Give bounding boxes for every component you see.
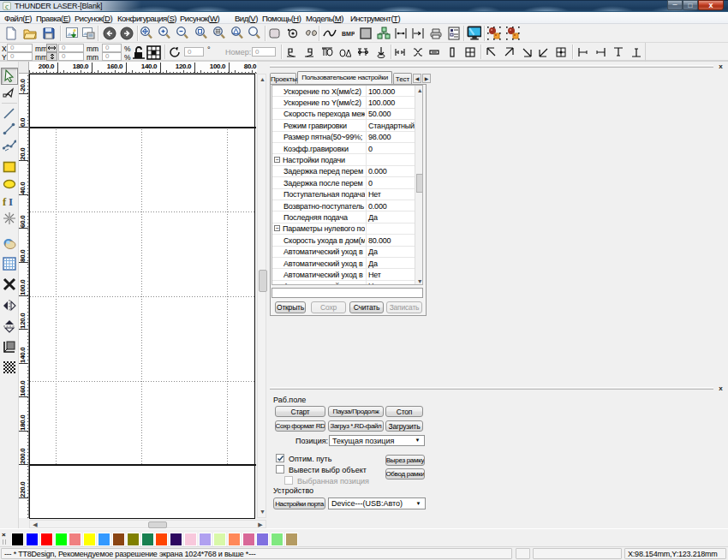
svg-text:BMP: BMP [342,31,355,37]
svg-text:I: I [9,195,13,208]
svg-text:f: f [3,195,7,208]
